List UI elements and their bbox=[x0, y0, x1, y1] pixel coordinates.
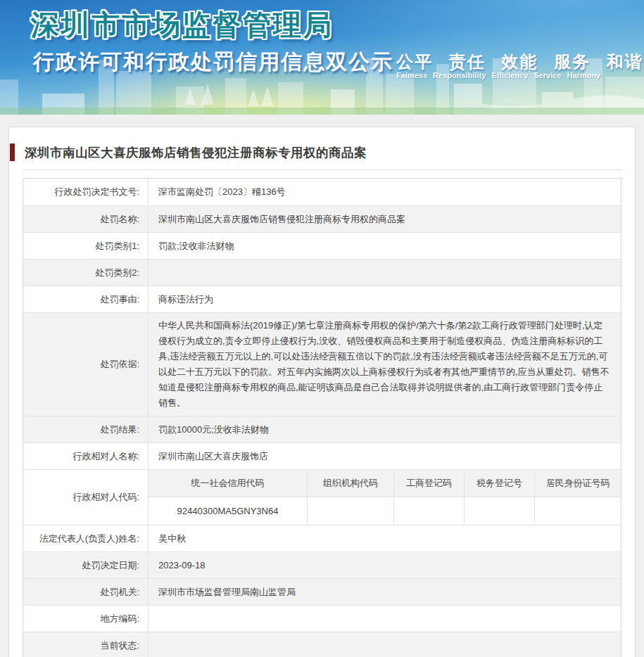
party-code-row: 行政相对人代码: 统一社会信用代码组织机构代码工商登记码税务登记号居民身份证号码… bbox=[23, 469, 621, 525]
field-row: 处罚结果:罚款10000元;没收非法财物 bbox=[23, 416, 621, 442]
field-label: 行政相对人代码: bbox=[23, 470, 149, 525]
title-red-bar bbox=[10, 143, 15, 161]
party-code-col-header: 居民身份证号码 bbox=[534, 470, 621, 497]
party-code-col-header: 组织机构代码 bbox=[307, 470, 393, 497]
party-code-value bbox=[464, 497, 534, 525]
party-code-grid: 统一社会信用代码组织机构代码工商登记码税务登记号居民身份证号码92440300M… bbox=[149, 470, 621, 525]
field-row: 处罚决定日期:2023-09-18 bbox=[23, 551, 621, 578]
field-row: 处罚类别1:罚款;没收非法财物 bbox=[23, 232, 621, 259]
field-value: 罚款;没收非法财物 bbox=[149, 233, 621, 259]
field-label: 法定代表人(负责人)姓名: bbox=[23, 525, 149, 551]
party-code-col-header: 统一社会信用代码 bbox=[149, 470, 307, 497]
field-label: 处罚类别2: bbox=[23, 260, 149, 286]
field-value: 深圳市南山区大喜庆服饰店 bbox=[149, 443, 621, 469]
field-row: 法定代表人(负责人)姓名:吴中秋 bbox=[23, 525, 621, 551]
field-label: 处罚依据: bbox=[23, 313, 149, 416]
field-label: 处罚结果: bbox=[23, 416, 149, 442]
party-code-col-header: 税务登记号 bbox=[464, 470, 534, 497]
field-value: 深市监南处罚〔2023〕稽136号 bbox=[149, 179, 621, 205]
agency-title: 深圳市市场监督管理局 bbox=[31, 6, 334, 44]
field-row: 处罚事由:商标违法行为 bbox=[23, 286, 621, 312]
case-title-row: 深圳市南山区大喜庆服饰店销售侵犯注册商标专用权的商品案 bbox=[9, 127, 635, 170]
banner-subtitle: 行政许可和行政处罚信用信息双公示 bbox=[33, 48, 393, 77]
party-code-value bbox=[534, 497, 621, 525]
party-code-col-header: 工商登记码 bbox=[393, 470, 464, 497]
party-code-value: 92440300MA5GNY3N64 bbox=[149, 497, 307, 525]
rows-top: 行政处罚决定书文号:深市监南处罚〔2023〕稽136号处罚名称:深圳市南山区大喜… bbox=[23, 179, 621, 469]
field-value bbox=[149, 632, 621, 657]
banner-bottom-strip bbox=[0, 108, 644, 115]
field-row: 处罚机关:深圳市市场监督管理局南山监管局 bbox=[23, 578, 621, 605]
field-label: 处罚机关: bbox=[23, 579, 149, 605]
field-value: 吴中秋 bbox=[149, 525, 621, 551]
content-card: 深圳市南山区大喜庆服饰店销售侵犯注册商标专用权的商品案 行政处罚决定书文号:深市… bbox=[8, 127, 636, 657]
field-row: 行政处罚决定书文号:深市监南处罚〔2023〕稽136号 bbox=[23, 179, 621, 205]
party-code-value bbox=[393, 497, 464, 525]
field-value: 中华人民共和国商标法(2019修正)/第七章注册商标专用权的保护/第六十条/第2… bbox=[149, 313, 621, 416]
slogan-chinese: 公平 责任 效能 服务 和谐 bbox=[396, 51, 643, 73]
field-value bbox=[149, 260, 621, 286]
slogan-english: Faimess Responsibility Efficiency Servic… bbox=[396, 71, 600, 79]
field-value bbox=[149, 606, 621, 632]
field-value: 商标违法行为 bbox=[149, 286, 621, 312]
rows-bottom: 法定代表人(负责人)姓名:吴中秋处罚决定日期:2023-09-18处罚机关:深圳… bbox=[23, 525, 621, 657]
field-label: 行政相对人名称: bbox=[23, 443, 149, 469]
field-label: 处罚名称: bbox=[23, 206, 149, 232]
field-label: 地方编码: bbox=[23, 606, 149, 632]
field-label: 行政处罚决定书文号: bbox=[23, 179, 149, 205]
field-value: 深圳市市场监督管理局南山监管局 bbox=[149, 579, 621, 605]
field-label: 处罚事由: bbox=[23, 286, 149, 312]
field-value: 2023-09-18 bbox=[149, 552, 621, 578]
header-banner: 深圳市市场监督管理局 行政许可和行政处罚信用信息双公示 公平 责任 效能 服务 … bbox=[0, 0, 644, 115]
field-label: 处罚类别1: bbox=[23, 233, 149, 259]
field-row: 处罚依据:中华人民共和国商标法(2019修正)/第七章注册商标专用权的保护/第六… bbox=[23, 312, 621, 416]
field-row: 处罚类别2: bbox=[23, 259, 621, 286]
field-row: 处罚名称:深圳市南山区大喜庆服饰店销售侵犯注册商标专用权的商品案 bbox=[23, 205, 621, 232]
penalty-info-table: 行政处罚决定书文号:深市监南处罚〔2023〕稽136号处罚名称:深圳市南山区大喜… bbox=[23, 178, 621, 657]
field-value: 罚款10000元;没收非法财物 bbox=[149, 416, 621, 442]
title-divider bbox=[23, 170, 621, 170]
party-code-value bbox=[307, 497, 393, 525]
field-row: 行政相对人名称:深圳市南山区大喜庆服饰店 bbox=[23, 442, 621, 469]
field-label: 处罚决定日期: bbox=[23, 552, 149, 578]
field-label: 当前状态: bbox=[23, 632, 149, 657]
field-row: 地方编码: bbox=[23, 605, 621, 632]
field-row: 当前状态: bbox=[23, 632, 621, 657]
case-title: 深圳市南山区大喜庆服饰店销售侵犯注册商标专用权的商品案 bbox=[25, 144, 367, 161]
field-value: 深圳市南山区大喜庆服饰店销售侵犯注册商标专用权的商品案 bbox=[149, 206, 621, 232]
